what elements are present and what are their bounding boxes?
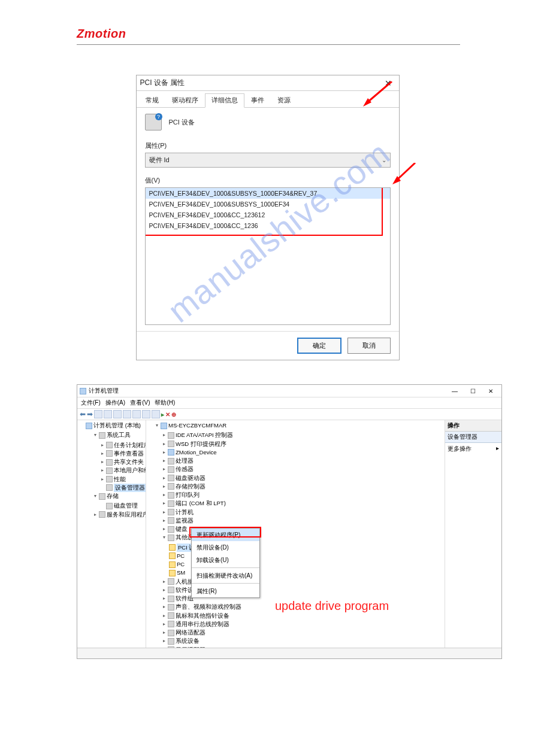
dialog-body: PCI 设备 属性(P) 硬件 Id ⌄ 值(V) PCI\VEN_EF34&D… <box>137 108 399 331</box>
menu-action[interactable]: 操作(A) <box>105 399 125 407</box>
menu-disable-device[interactable]: 禁用设备(D) <box>192 541 259 554</box>
device-icon <box>145 114 162 130</box>
tree-node[interactable]: 系统工具 <box>107 431 131 439</box>
tab-driver[interactable]: 驱动程序 <box>165 93 205 107</box>
window-title-group: 计算机管理 <box>80 387 119 395</box>
context-menu: 更新驱动程序(P) 禁用设备(D) 卸载设备(U) 扫描检测硬件改动(A) 属性… <box>191 528 260 598</box>
tree-node[interactable]: 通用串行总线控制器 <box>176 620 229 629</box>
tree-icon <box>168 638 174 645</box>
menu-help[interactable]: 帮助(H) <box>155 399 175 407</box>
tree-node[interactable]: MS-EYCZBYCMFMAR <box>168 421 226 430</box>
chevron-right-icon: ▸ <box>496 445 499 453</box>
actions-header: 操作 <box>445 420 501 432</box>
tree-icon <box>168 475 174 481</box>
tree-node[interactable]: 任务计划程序 <box>114 441 146 450</box>
tree-node[interactable]: 磁盘驱动器 <box>176 474 205 482</box>
tree-node[interactable]: 磁盘管理 <box>114 502 138 510</box>
toolbar-icon[interactable] <box>152 410 160 418</box>
property-dropdown[interactable]: 硬件 Id ⌄ <box>145 153 391 168</box>
toolbar-icon[interactable] <box>142 410 150 418</box>
tab-general[interactable]: 常规 <box>139 93 165 107</box>
menu-scan-hardware[interactable]: 扫描检测硬件改动(A) <box>192 569 259 582</box>
tree-icon <box>168 596 174 602</box>
tree-node[interactable]: 传感器 <box>176 465 194 473</box>
tree-icon <box>168 630 174 636</box>
computer-management-window: 计算机管理 — ☐ ✕ 文件(F) 操作(A) 查看(V) 帮助(H) ⬅ ➡ … <box>77 384 502 659</box>
tree-node[interactable]: 声音、视频和游戏控制器 <box>176 603 241 611</box>
toolbar-icon[interactable] <box>123 410 131 418</box>
back-icon[interactable]: ⬅ <box>80 410 86 418</box>
tree-node[interactable]: 事件查看器 <box>114 450 144 458</box>
ok-button[interactable]: 确定 <box>297 338 341 354</box>
menu-uninstall-device[interactable]: 卸载设备(U) <box>192 554 259 566</box>
tree-node[interactable]: 计算机管理 (本地) <box>93 421 141 430</box>
tree-icon <box>168 604 174 611</box>
menu-file[interactable]: 文件(F) <box>81 399 101 407</box>
tree-icon <box>168 483 174 490</box>
tree-node[interactable]: PC <box>177 560 185 569</box>
hardware-id-listbox[interactable]: PCI\VEN_EF34&DEV_1000&SUBSYS_1000EF34&RE… <box>145 187 391 325</box>
toolbar-icon[interactable] <box>132 410 141 418</box>
tree-node[interactable]: 系统设备 <box>176 637 200 645</box>
tree-node[interactable]: 鼠标和其他指针设备 <box>176 612 229 620</box>
maximize-icon[interactable]: ☐ <box>464 386 481 396</box>
annotation-text: update drive program <box>275 597 389 615</box>
tree-node-device-manager[interactable]: 设备管理器 <box>114 484 146 492</box>
forward-icon[interactable]: ➡ <box>87 410 93 418</box>
menu-bar: 文件(F) 操作(A) 查看(V) 帮助(H) <box>77 397 501 409</box>
red-highlight-box <box>145 187 383 236</box>
tab-details[interactable]: 详细信息 <box>205 93 244 108</box>
menu-separator <box>192 567 259 568</box>
tree-node[interactable]: 显示适配器 <box>176 646 205 648</box>
more-actions-link[interactable]: 更多操作 ▸ <box>445 443 501 455</box>
tree-node[interactable]: 端口 (COM 和 LPT) <box>176 499 226 508</box>
more-actions-label: 更多操作 <box>448 445 471 453</box>
toolbar-icon[interactable]: ⊕ <box>171 411 176 418</box>
menu-properties[interactable]: 属性(R) <box>192 585 259 597</box>
cancel-button[interactable]: 取消 <box>347 338 391 354</box>
tree-node[interactable]: 服务和应用程序 <box>107 511 146 519</box>
folder-icon <box>99 511 105 518</box>
device-tree[interactable]: ▾MS-EYCZBYCMFMAR ▸IDE ATA/ATAPI 控制器 ▸WSD… <box>146 420 445 648</box>
folder-icon <box>99 493 105 500</box>
tree-node[interactable]: ZMotion_Device <box>176 448 217 457</box>
properties-dialog: PCI 设备 属性 ✕ 常规 驱动程序 详细信息 事件 资源 PCI 设备 属性… <box>136 75 400 360</box>
red-arrow-icon <box>363 81 399 111</box>
tree-node[interactable]: 计算机 <box>176 508 194 517</box>
property-label: 属性(P) <box>145 141 391 150</box>
toolbar-icon[interactable] <box>104 410 112 418</box>
tree-node[interactable]: 存储 <box>107 492 119 500</box>
tree-node[interactable]: 本地用户和组 <box>114 466 146 475</box>
menu-separator <box>192 583 259 584</box>
toolbar-icon[interactable] <box>94 410 102 418</box>
tree-node[interactable]: 处理器 <box>176 457 194 465</box>
menu-view[interactable]: 查看(V) <box>130 399 150 407</box>
toolbar-icon[interactable]: ▸ <box>161 411 164 418</box>
tree-node[interactable]: WSD 打印提供程序 <box>176 440 226 448</box>
left-tree[interactable]: 计算机管理 (本地) ▾系统工具 ▸任务计划程序 ▸事件查看器 ▸共享文件夹 ▸… <box>77 420 146 648</box>
tree-node[interactable]: 网络适配器 <box>176 629 205 637</box>
folder-icon <box>99 432 105 439</box>
tab-resources[interactable]: 资源 <box>271 93 297 107</box>
tree-node[interactable]: 共享文件夹 <box>114 458 144 466</box>
tree-node[interactable]: IDE ATA/ATAPI 控制器 <box>176 431 233 439</box>
tree-icon <box>106 442 113 448</box>
tree-node[interactable]: SM <box>177 569 185 577</box>
dialog-titlebar: PCI 设备 属性 ✕ <box>137 75 399 91</box>
tree-node[interactable]: 键盘 <box>176 525 188 533</box>
tree-node[interactable]: PC <box>177 552 185 560</box>
tree-node[interactable]: 打印队列 <box>176 491 200 499</box>
device-name: PCI 设备 <box>169 118 195 127</box>
red-arrow-icon <box>391 163 418 190</box>
tab-events[interactable]: 事件 <box>244 93 271 107</box>
window-titlebar: 计算机管理 — ☐ ✕ <box>77 385 501 397</box>
tree-node[interactable]: 存储控制器 <box>176 482 205 491</box>
toolbar-icon[interactable] <box>113 410 122 418</box>
toolbar-icon[interactable]: ✕ <box>165 411 170 418</box>
tree-icon <box>168 517 174 524</box>
computer-icon <box>86 423 92 429</box>
minimize-icon[interactable]: — <box>446 386 463 396</box>
tree-node[interactable]: 性能 <box>114 475 126 484</box>
tree-node[interactable]: 监视器 <box>176 517 194 525</box>
close-icon[interactable]: ✕ <box>482 386 499 396</box>
